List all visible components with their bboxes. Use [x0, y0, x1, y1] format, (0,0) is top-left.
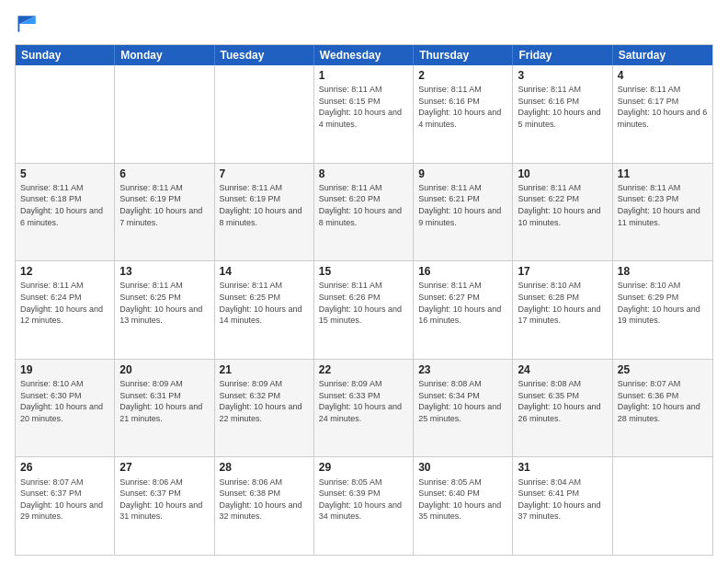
- table-row: 9Sunrise: 8:11 AM Sunset: 6:21 PM Daylig…: [414, 164, 513, 261]
- table-row: 14Sunrise: 8:11 AM Sunset: 6:25 PM Dayli…: [215, 261, 314, 359]
- day-number: 18: [618, 264, 708, 279]
- day-info: Sunrise: 8:11 AM Sunset: 6:20 PM Dayligh…: [319, 182, 408, 228]
- table-row: 19Sunrise: 8:10 AM Sunset: 6:30 PM Dayli…: [16, 360, 115, 457]
- day-info: Sunrise: 8:06 AM Sunset: 6:38 PM Dayligh…: [220, 477, 309, 523]
- calendar-week-3: 12Sunrise: 8:11 AM Sunset: 6:24 PM Dayli…: [16, 261, 712, 360]
- day-info: Sunrise: 8:11 AM Sunset: 6:23 PM Dayligh…: [618, 182, 708, 228]
- day-number: 15: [319, 264, 408, 279]
- day-number: 6: [119, 167, 209, 181]
- table-row: 26Sunrise: 8:07 AM Sunset: 6:37 PM Dayli…: [16, 457, 115, 555]
- header-day-monday: Monday: [115, 45, 214, 65]
- table-row: 28Sunrise: 8:06 AM Sunset: 6:38 PM Dayli…: [215, 457, 314, 555]
- day-info: Sunrise: 8:09 AM Sunset: 6:33 PM Dayligh…: [319, 378, 408, 424]
- day-number: 25: [618, 362, 708, 377]
- calendar: SundayMondayTuesdayWednesdayThursdayFrid…: [15, 44, 713, 556]
- day-number: 27: [119, 460, 209, 475]
- table-row: 10Sunrise: 8:11 AM Sunset: 6:22 PM Dayli…: [513, 164, 612, 261]
- day-info: Sunrise: 8:11 AM Sunset: 6:25 PM Dayligh…: [119, 280, 209, 326]
- day-number: 1: [319, 68, 408, 83]
- day-info: Sunrise: 8:09 AM Sunset: 6:31 PM Dayligh…: [119, 378, 209, 424]
- table-row: 16Sunrise: 8:11 AM Sunset: 6:27 PM Dayli…: [414, 261, 513, 359]
- day-info: Sunrise: 8:10 AM Sunset: 6:28 PM Dayligh…: [518, 280, 607, 326]
- table-row: 4Sunrise: 8:11 AM Sunset: 6:17 PM Daylig…: [613, 65, 712, 163]
- day-number: 19: [20, 362, 109, 377]
- header-day-saturday: Saturday: [613, 45, 712, 65]
- table-row: 24Sunrise: 8:08 AM Sunset: 6:35 PM Dayli…: [513, 360, 612, 457]
- day-info: Sunrise: 8:11 AM Sunset: 6:16 PM Dayligh…: [418, 84, 507, 130]
- calendar-body: 1Sunrise: 8:11 AM Sunset: 6:15 PM Daylig…: [16, 65, 712, 555]
- day-info: Sunrise: 8:11 AM Sunset: 6:26 PM Dayligh…: [319, 280, 408, 326]
- day-number: 9: [418, 167, 507, 181]
- header-day-wednesday: Wednesday: [314, 45, 414, 65]
- table-row: 18Sunrise: 8:10 AM Sunset: 6:29 PM Dayli…: [613, 261, 712, 359]
- table-row: [16, 65, 115, 163]
- day-info: Sunrise: 8:11 AM Sunset: 6:15 PM Dayligh…: [319, 84, 408, 130]
- calendar-week-5: 26Sunrise: 8:07 AM Sunset: 6:37 PM Dayli…: [16, 457, 712, 555]
- table-row: [215, 65, 314, 163]
- table-row: 23Sunrise: 8:08 AM Sunset: 6:34 PM Dayli…: [414, 360, 513, 457]
- day-info: Sunrise: 8:04 AM Sunset: 6:41 PM Dayligh…: [518, 477, 607, 523]
- table-row: 29Sunrise: 8:05 AM Sunset: 6:39 PM Dayli…: [314, 457, 414, 555]
- day-info: Sunrise: 8:11 AM Sunset: 6:19 PM Dayligh…: [119, 182, 209, 228]
- table-row: 25Sunrise: 8:07 AM Sunset: 6:36 PM Dayli…: [613, 360, 712, 457]
- table-row: 8Sunrise: 8:11 AM Sunset: 6:20 PM Daylig…: [314, 164, 414, 261]
- day-number: 12: [20, 264, 109, 279]
- header: [15, 11, 713, 37]
- day-info: Sunrise: 8:10 AM Sunset: 6:30 PM Dayligh…: [20, 378, 109, 424]
- table-row: 21Sunrise: 8:09 AM Sunset: 6:32 PM Dayli…: [215, 360, 314, 457]
- day-info: Sunrise: 8:07 AM Sunset: 6:36 PM Dayligh…: [618, 378, 708, 424]
- day-number: 5: [20, 167, 109, 181]
- table-row: 13Sunrise: 8:11 AM Sunset: 6:25 PM Dayli…: [115, 261, 214, 359]
- day-number: 17: [518, 264, 607, 279]
- day-info: Sunrise: 8:11 AM Sunset: 6:19 PM Dayligh…: [220, 182, 309, 228]
- header-day-sunday: Sunday: [16, 45, 115, 65]
- day-number: 4: [618, 68, 708, 83]
- table-row: 11Sunrise: 8:11 AM Sunset: 6:23 PM Dayli…: [613, 164, 712, 261]
- day-number: 26: [20, 460, 109, 475]
- table-row: 2Sunrise: 8:11 AM Sunset: 6:16 PM Daylig…: [414, 65, 513, 163]
- table-row: 3Sunrise: 8:11 AM Sunset: 6:16 PM Daylig…: [513, 65, 612, 163]
- calendar-header-row: SundayMondayTuesdayWednesdayThursdayFrid…: [16, 45, 712, 65]
- table-row: 31Sunrise: 8:04 AM Sunset: 6:41 PM Dayli…: [513, 457, 612, 555]
- day-number: 21: [220, 362, 309, 377]
- header-day-friday: Friday: [513, 45, 612, 65]
- calendar-week-1: 1Sunrise: 8:11 AM Sunset: 6:15 PM Daylig…: [16, 65, 712, 164]
- day-number: 8: [319, 167, 408, 181]
- day-number: 16: [418, 264, 507, 279]
- table-row: 17Sunrise: 8:10 AM Sunset: 6:28 PM Dayli…: [513, 261, 612, 359]
- table-row: 1Sunrise: 8:11 AM Sunset: 6:15 PM Daylig…: [314, 65, 414, 163]
- table-row: 6Sunrise: 8:11 AM Sunset: 6:19 PM Daylig…: [115, 164, 214, 261]
- day-info: Sunrise: 8:11 AM Sunset: 6:18 PM Dayligh…: [20, 182, 109, 228]
- day-info: Sunrise: 8:10 AM Sunset: 6:29 PM Dayligh…: [618, 280, 708, 326]
- day-number: 24: [518, 362, 607, 377]
- day-number: 29: [319, 460, 408, 475]
- day-number: 14: [220, 264, 309, 279]
- table-row: 30Sunrise: 8:05 AM Sunset: 6:40 PM Dayli…: [414, 457, 513, 555]
- table-row: 12Sunrise: 8:11 AM Sunset: 6:24 PM Dayli…: [16, 261, 115, 359]
- day-number: 22: [319, 362, 408, 377]
- table-row: 27Sunrise: 8:06 AM Sunset: 6:37 PM Dayli…: [115, 457, 214, 555]
- day-number: 2: [418, 68, 507, 83]
- day-number: 23: [418, 362, 507, 377]
- day-number: 11: [618, 167, 708, 181]
- day-info: Sunrise: 8:05 AM Sunset: 6:40 PM Dayligh…: [418, 477, 507, 523]
- table-row: 20Sunrise: 8:09 AM Sunset: 6:31 PM Dayli…: [115, 360, 214, 457]
- day-info: Sunrise: 8:11 AM Sunset: 6:21 PM Dayligh…: [418, 182, 507, 228]
- day-number: 30: [418, 460, 507, 475]
- day-number: 7: [220, 167, 309, 181]
- day-info: Sunrise: 8:08 AM Sunset: 6:34 PM Dayligh…: [418, 378, 507, 424]
- table-row: 22Sunrise: 8:09 AM Sunset: 6:33 PM Dayli…: [314, 360, 414, 457]
- day-info: Sunrise: 8:07 AM Sunset: 6:37 PM Dayligh…: [20, 477, 109, 523]
- calendar-week-4: 19Sunrise: 8:10 AM Sunset: 6:30 PM Dayli…: [16, 360, 712, 458]
- header-day-thursday: Thursday: [414, 45, 513, 65]
- day-number: 31: [518, 460, 607, 475]
- day-number: 10: [518, 167, 607, 181]
- day-info: Sunrise: 8:11 AM Sunset: 6:17 PM Dayligh…: [618, 84, 708, 130]
- day-info: Sunrise: 8:09 AM Sunset: 6:32 PM Dayligh…: [220, 378, 309, 424]
- day-info: Sunrise: 8:06 AM Sunset: 6:37 PM Dayligh…: [119, 477, 209, 523]
- table-row: [613, 457, 712, 555]
- day-info: Sunrise: 8:05 AM Sunset: 6:39 PM Dayligh…: [319, 477, 408, 523]
- day-info: Sunrise: 8:11 AM Sunset: 6:24 PM Dayligh…: [20, 280, 109, 326]
- table-row: [115, 65, 214, 163]
- calendar-week-2: 5Sunrise: 8:11 AM Sunset: 6:18 PM Daylig…: [16, 164, 712, 262]
